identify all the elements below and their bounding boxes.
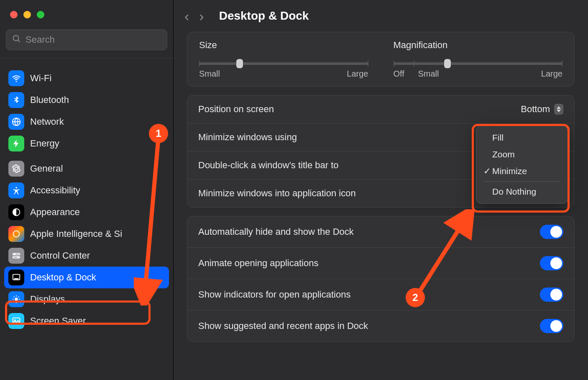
svg-point-12 <box>15 298 18 300</box>
energy-icon <box>8 136 24 151</box>
svg-line-23 <box>145 141 158 295</box>
sidebar-item-label: Appearance <box>30 207 80 218</box>
controlcenter-icon <box>8 248 24 264</box>
sidebar-item-label: Desktop & Dock <box>30 272 96 283</box>
ai-icon <box>8 226 24 242</box>
accessibility-icon <box>8 182 24 198</box>
dropdown-item-minimize[interactable]: ✓Minimize <box>476 163 568 180</box>
autohide-switch[interactable] <box>540 225 563 239</box>
dropdown-item-label: Zoom <box>492 149 515 159</box>
double-click-dropdown[interactable]: FillZoom✓MinimizeDo Nothing <box>476 126 568 204</box>
magnification-max-label: Large <box>541 69 562 79</box>
magnification-slider-group: Magnification Off Small Large <box>394 40 563 79</box>
dropdown-item-label: Do Nothing <box>492 187 536 197</box>
general-icon <box>8 161 24 177</box>
animate-label: Animate opening applications <box>198 258 318 269</box>
magnification-slider[interactable] <box>394 62 563 65</box>
indicators-switch[interactable] <box>540 288 563 302</box>
search-input[interactable] <box>26 34 161 45</box>
sidebar-item-label: Accessibility <box>30 185 80 196</box>
svg-line-1 <box>18 40 20 42</box>
sidebar-item-label: Energy <box>30 138 59 149</box>
network-icon <box>8 114 24 130</box>
svg-point-5 <box>13 231 20 237</box>
minimize-into-icon-label: Minimize windows into application icon <box>198 188 356 199</box>
sidebar-item-screensaver[interactable]: Screen Saver <box>4 310 169 332</box>
svg-rect-6 <box>13 254 20 255</box>
double-click-label: Double-click a window's title bar to <box>198 160 339 171</box>
sidebar-item-label: Wi-Fi <box>30 73 51 84</box>
sidebar-item-label: Apple Intelligence & Si <box>30 229 122 239</box>
size-slider[interactable] <box>199 62 368 65</box>
zoom-window-button[interactable] <box>37 11 44 18</box>
updown-icon <box>554 104 563 115</box>
recents-switch[interactable] <box>540 319 563 333</box>
svg-point-3 <box>15 187 17 189</box>
size-max-label: Large <box>347 69 368 79</box>
sidebar-item-bluetooth[interactable]: Bluetooth <box>4 89 169 111</box>
dropdown-item-label: Minimize <box>492 166 527 176</box>
sidebar-item-label: General <box>30 163 63 174</box>
row-indicators: Show indicators for open applications <box>187 279 574 310</box>
size-slider-group: Size Small Large <box>199 40 368 79</box>
minimize-window-button[interactable] <box>23 11 31 18</box>
screensaver-icon <box>8 313 24 329</box>
dock-size-card: Size Small Large Magnification <box>187 32 575 87</box>
sidebar-item-label: Screen Saver <box>30 316 86 326</box>
sidebar-item-label: Displays <box>30 294 65 305</box>
sidebar-item-label: Control Center <box>30 250 90 261</box>
position-popup[interactable]: Bottom <box>521 104 563 115</box>
dropdown-separator <box>484 181 560 182</box>
annotation-arrow-1 <box>134 126 176 306</box>
displays-icon <box>8 291 24 307</box>
svg-point-9 <box>17 257 19 258</box>
svg-line-24 <box>419 218 466 293</box>
sidebar-item-wifi[interactable]: Wi-Fi <box>4 67 169 89</box>
page-title: Desktop & Dock <box>219 9 309 23</box>
main-header: ‹ › Desktop & Dock <box>174 0 588 32</box>
row-position-on-screen: Position on screen Bottom <box>187 95 574 123</box>
forward-button[interactable]: › <box>199 8 204 24</box>
svg-rect-7 <box>13 257 20 258</box>
svg-line-19 <box>18 297 19 298</box>
svg-line-17 <box>14 297 15 298</box>
dropdown-item-zoom[interactable]: Zoom <box>476 146 568 163</box>
annotation-marker-1: 1 <box>149 124 168 143</box>
magnification-off-label: Off <box>394 69 404 78</box>
svg-line-18 <box>18 301 19 302</box>
desktopdock-icon <box>8 270 24 285</box>
bluetooth-icon <box>8 92 24 108</box>
search-icon <box>12 34 21 45</box>
row-animate: Animate opening applications <box>187 247 574 279</box>
svg-point-8 <box>14 254 16 255</box>
wifi-icon <box>8 70 24 86</box>
row-autohide: Automatically hide and show the Dock <box>187 216 574 247</box>
size-min-label: Small <box>199 69 220 79</box>
dropdown-item-fill[interactable]: Fill <box>476 129 568 146</box>
dock-behaviour-card: Automatically hide and show the Dock Ani… <box>187 216 575 342</box>
svg-line-20 <box>14 301 15 302</box>
back-button[interactable]: ‹ <box>184 8 189 24</box>
sidebar-item-label: Network <box>30 116 64 127</box>
indicators-label: Show indicators for open applications <box>198 289 350 300</box>
magnification-label: Magnification <box>394 40 563 51</box>
annotation-marker-2: 2 <box>406 288 425 307</box>
minimize-using-label: Minimize windows using <box>198 132 297 143</box>
autohide-label: Automatically hide and show the Dock <box>198 226 354 237</box>
animate-switch[interactable] <box>540 256 563 270</box>
position-value: Bottom <box>521 104 550 115</box>
svg-point-0 <box>13 36 19 41</box>
dropdown-item-label: Fill <box>492 133 504 143</box>
close-window-button[interactable] <box>10 11 18 18</box>
recents-label: Show suggested and recent apps in Dock <box>198 321 368 331</box>
sidebar-item-label: Bluetooth <box>30 95 69 105</box>
dropdown-item-do-nothing[interactable]: Do Nothing <box>476 183 568 200</box>
checkmark-icon: ✓ <box>482 166 492 176</box>
row-recents: Show suggested and recent apps in Dock <box>187 310 574 341</box>
position-label: Position on screen <box>198 104 274 115</box>
window-traffic-lights <box>0 0 173 29</box>
appearance-icon <box>8 204 24 220</box>
search-field[interactable] <box>6 29 167 50</box>
magnification-min-label: Small <box>418 69 439 78</box>
size-label: Size <box>199 40 368 51</box>
